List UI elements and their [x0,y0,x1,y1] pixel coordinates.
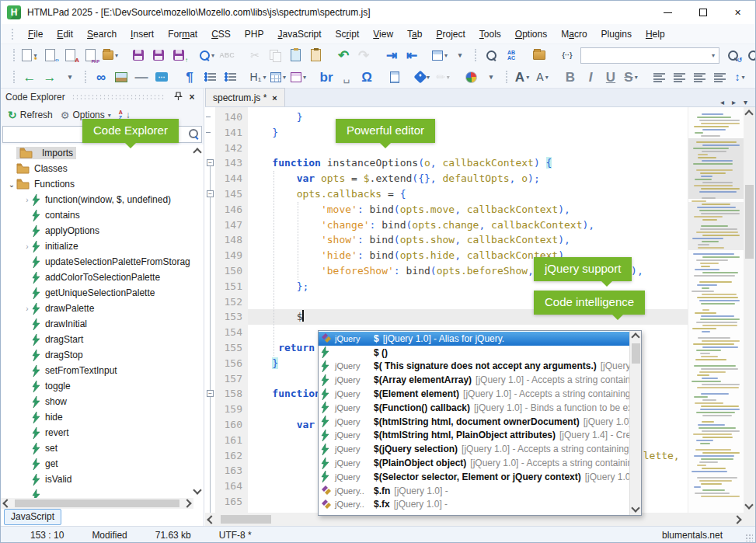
scroll-down-icon[interactable] [631,503,639,512]
indent-button[interactable]: ⇥ [382,46,401,64]
find-in-results-button[interactable]: → [744,46,756,64]
insert-form-button[interactable]: ▾ [289,68,308,86]
tab-scroll-left-icon[interactable]: ◂ [720,98,724,106]
menu-tools[interactable]: Tools [472,26,508,43]
tree-item-applyoptions[interactable]: applyOptions [1,223,193,238]
tab-spectrum-js[interactable]: spectrum.js * × [205,88,285,106]
align-left-button[interactable] [650,68,668,86]
scroll-down-icon[interactable] [744,500,753,509]
tree-item-imports[interactable]: Imports [1,145,193,161]
close-button[interactable]: × [720,1,755,24]
tree-item-set[interactable]: set [1,440,193,456]
bullet-list-button[interactable] [200,68,219,86]
bold-button[interactable]: B [561,68,580,86]
pin-button[interactable] [171,92,185,103]
align-center-button[interactable] [670,68,688,86]
panel-close-button[interactable]: × [185,92,199,103]
autocomplete-item[interactable]: jQuery$(Function() callback)[jQuery 1.0]… [319,401,629,415]
tree-item-contains[interactable]: contains [1,207,193,223]
decrease-font-button[interactable]: A▾ [533,68,552,86]
outdent-button[interactable]: ⇤ [402,46,421,64]
minimap[interactable] [688,107,744,513]
tree-item-dragstop[interactable]: dragStop [1,347,193,363]
tree-scroll-up-icon[interactable] [193,148,201,156]
nav-overflow-button[interactable]: ▾ [61,68,79,86]
chevron-right-icon[interactable]: › [23,242,32,251]
menu-options[interactable]: Options [508,26,554,43]
tree-horizontal-scrollbar[interactable] [1,498,193,509]
scroll-left-icon[interactable] [2,499,11,507]
tree-item-revert[interactable]: revert [1,425,193,440]
strikethrough-button[interactable]: S▾ [622,68,640,86]
save-all-button[interactable] [149,46,168,64]
brand-link[interactable]: blumentals.net [662,530,723,541]
autocomplete-item[interactable]: jQuery$(PlainObject object)[jQuery 1.0] … [319,456,629,470]
menu-file[interactable]: File [21,26,50,43]
autocomplete-item[interactable]: jQuery$( This signature does not accept … [319,360,629,374]
autocomplete-item[interactable]: jQuery$(Element element)[jQuery 1.0] - A… [319,387,629,401]
navigate-back-button[interactable]: ← [20,68,39,86]
special-char-button[interactable]: Ω [357,68,376,86]
numbered-list-button[interactable] [221,68,239,86]
chevron-down-icon[interactable]: ▾ [708,52,719,59]
minimize-button[interactable] [650,1,685,24]
tree-item-functions[interactable]: ⌄Functions [1,176,193,192]
menu-project[interactable]: Project [429,26,472,43]
menu-macro[interactable]: Macro [554,26,594,43]
spell-check-button[interactable]: ABC [218,46,236,64]
save-upload-button[interactable]: ↑ [169,46,188,64]
tree-item-drawpalette[interactable]: ›drawPalette [1,301,193,316]
paragraph-button[interactable]: ¶ [180,68,199,86]
underline-button[interactable]: U [601,68,620,86]
search-combo-input[interactable] [581,48,708,63]
menu-help[interactable]: Help [639,26,672,43]
html-overflow-button[interactable]: ▾ [482,68,500,86]
code-line-144[interactable]: var opts = $.extend({}, defaultOpts, o); [248,171,688,186]
increase-font-button[interactable]: A▾ [513,68,531,86]
tree-item-show[interactable]: show [1,394,193,409]
insert-image-button[interactable] [112,68,131,86]
code-line-141[interactable]: } [248,125,688,141]
align-right-button[interactable] [690,68,709,86]
find-next-button[interactable]: ↺ [723,46,742,64]
undo-button[interactable]: ↶ [334,46,353,64]
code-line-140[interactable]: } [248,110,688,125]
autocomplete-item[interactable]: $ () [319,346,629,360]
insert-comment-button[interactable]: ⋯ [152,68,171,86]
tree-item-drawinitial[interactable]: drawInitial [1,316,193,332]
autocomplete-item[interactable]: jQuery$(htmlString html, document ownerD… [319,415,629,429]
autocomplete-item[interactable]: jQuery$[jQuery 1.0] - Alias for jQuery. [319,332,629,346]
new-html-document-button[interactable]: A [61,46,79,64]
color-picker-button[interactable] [462,68,480,86]
panel-layout-button[interactable]: ▾ [430,46,449,64]
tree-scroll-down-icon[interactable] [193,486,201,494]
tree-item-toggle[interactable]: toggle [1,378,193,394]
insert-script-button[interactable] [385,68,404,86]
menu-insert[interactable]: Insert [124,26,161,43]
popup-scrollbar[interactable] [629,331,641,515]
scroll-up-icon[interactable] [744,110,753,118]
encoding[interactable]: UTF-8 * [219,530,252,541]
format-brush-button[interactable]: ✏▾ [434,68,452,86]
tree-item-get[interactable]: get [1,456,193,472]
line-spacing-button[interactable]: ↕▾ [730,68,749,86]
menu-view[interactable]: View [366,26,400,43]
refresh-button[interactable]: ↻ Refresh [5,108,55,122]
code-line-146[interactable]: 'move': bind(opts.move, callbackContext)… [248,202,688,218]
heading-button[interactable]: H₁▾ [249,68,267,86]
tree-item-function-window-undefined-[interactable]: ›function(window, $, undefined) [1,192,193,207]
tree-item-setfromtextinput[interactable]: setFromTextInput [1,363,193,378]
tab-list-icon[interactable]: ▾ [744,98,747,106]
tree-item-getuniqueselectionpalette[interactable]: getUniqueSelectionPalette [1,285,193,301]
italic-button[interactable]: I [581,68,600,86]
cut-button[interactable]: ✂ [246,46,264,64]
chevron-right-icon[interactable]: › [23,305,32,313]
menu-css[interactable]: CSS [204,26,238,43]
insert-link-button[interactable]: ∞ [92,68,110,86]
language-selector-button[interactable]: JavaScript [4,509,61,525]
line-break-button[interactable]: br [317,68,336,86]
menu-format[interactable]: Format [161,26,204,43]
replace-button[interactable]: ABAC [502,46,521,64]
find-button[interactable] [482,46,500,64]
tree-item-classes[interactable]: Classes [1,161,193,176]
